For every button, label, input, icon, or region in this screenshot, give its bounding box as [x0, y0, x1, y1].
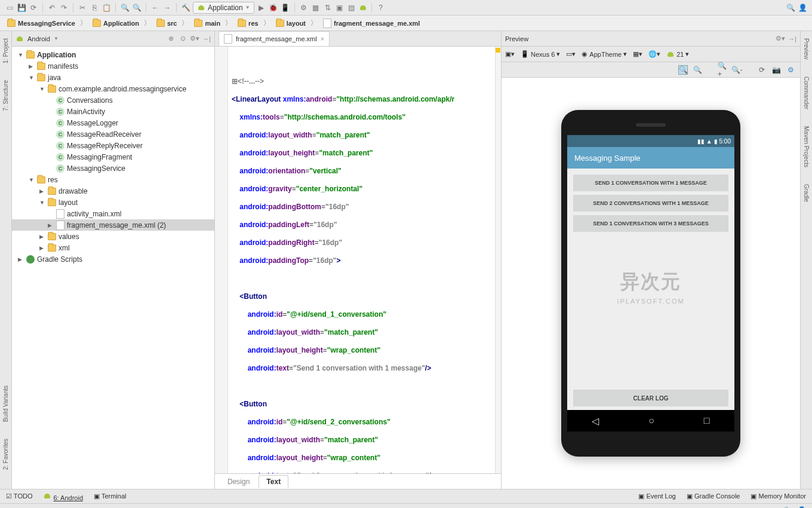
- sdk-icon[interactable]: ⇅: [323, 3, 333, 13]
- forward-icon[interactable]: →: [162, 3, 172, 13]
- nav-bar: ◁○□: [567, 410, 734, 432]
- hide-icon[interactable]: →|: [202, 35, 211, 43]
- project-mode[interactable]: Android: [27, 35, 50, 42]
- undo-icon[interactable]: ↶: [47, 3, 57, 13]
- preview-config-bar: ▣▾ 📱Nexus 6▾ ▭▾ ◉AppTheme▾ ▦▾ 🌐▾ 21▾: [502, 47, 800, 62]
- project-tree[interactable]: ▼Application ▶manifests ▼java ▼com.examp…: [12, 47, 214, 489]
- zoom-actual-icon[interactable]: 🔍: [693, 65, 702, 75]
- close-icon[interactable]: ×: [321, 35, 324, 42]
- zoom-out-icon[interactable]: 🔍-: [732, 65, 742, 75]
- tree-values[interactable]: ▶values: [12, 231, 214, 242]
- sync-icon[interactable]: ⟳: [29, 3, 38, 13]
- tree-class[interactable]: CMessageReadReceiver: [12, 128, 214, 140]
- tree-class[interactable]: CMessageReplyReceiver: [12, 140, 214, 151]
- status-bar: ▮▮ ▲ ▮ 5:00: [567, 135, 734, 147]
- android-tool[interactable]: 6: Android: [43, 492, 83, 501]
- tree-gradle[interactable]: ▶Gradle Scripts: [12, 253, 214, 265]
- open-icon[interactable]: ▭: [5, 3, 14, 13]
- variant-icon[interactable]: ▦▾: [633, 50, 642, 58]
- preview-canvas[interactable]: ▮▮ ▲ ▮ 5:00 Messaging Sample SEND 1 CONV…: [502, 78, 800, 489]
- rail-commander[interactable]: Commander: [803, 74, 810, 112]
- run-icon[interactable]: ▶: [257, 3, 266, 13]
- rail-preview[interactable]: Preview: [803, 36, 810, 62]
- make-icon[interactable]: 🔨: [181, 3, 190, 13]
- user-icon[interactable]: 👤: [798, 3, 807, 13]
- tree-class[interactable]: CMessagingService: [12, 163, 214, 174]
- monitor-icon[interactable]: ▤: [347, 3, 356, 13]
- locale-icon[interactable]: 🌐▾: [648, 50, 660, 58]
- code-editor[interactable]: ⊞<!--...--> <LinearLayout xmlns:android=…: [215, 47, 501, 473]
- crumb-6[interactable]: fragment_message_me.xml: [321, 19, 422, 28]
- terminal-tool[interactable]: ▣ Terminal: [94, 492, 126, 500]
- collapse-icon[interactable]: ⊕: [167, 35, 175, 43]
- help-icon[interactable]: ?: [376, 3, 386, 13]
- gear-icon[interactable]: ⚙▾: [190, 35, 199, 43]
- theme-select[interactable]: ◉AppTheme▾: [582, 50, 627, 58]
- tree-file-selected[interactable]: ▶fragment_message_me.xml (2): [12, 219, 214, 231]
- crumb-2[interactable]: src〉: [154, 19, 191, 27]
- orientation-icon[interactable]: ▭▾: [566, 50, 576, 58]
- tree-res[interactable]: ▼res: [12, 174, 214, 185]
- refresh-icon[interactable]: ⟳: [757, 65, 767, 75]
- run-config-selector[interactable]: Application ▼: [193, 2, 254, 14]
- settings-icon[interactable]: ⚙: [299, 3, 309, 13]
- rail-maven[interactable]: Maven Projects: [803, 124, 810, 170]
- tree-drawable[interactable]: ▶drawable: [12, 185, 214, 197]
- android-icon-2[interactable]: [359, 4, 367, 12]
- avd-icon[interactable]: ▣: [335, 3, 345, 13]
- crumb-4[interactable]: res〉: [235, 19, 272, 27]
- hide-icon[interactable]: →|: [788, 35, 796, 43]
- paste-icon[interactable]: 📋: [102, 3, 111, 13]
- copy-icon[interactable]: ⎘: [90, 3, 99, 13]
- tree-java[interactable]: ▼java: [12, 72, 214, 83]
- eventlog-tool[interactable]: ▣ Event Log: [638, 492, 676, 500]
- save-icon[interactable]: 💾: [17, 3, 26, 13]
- tree-app[interactable]: ▼Application: [12, 49, 214, 60]
- rail-project[interactable]: 1: Project: [2, 36, 9, 66]
- back-icon[interactable]: ←: [150, 3, 160, 13]
- zoom-out-icon[interactable]: 🔍: [132, 3, 142, 13]
- text-tab[interactable]: Text: [259, 475, 288, 488]
- redo-icon[interactable]: ↷: [59, 3, 69, 13]
- device-select[interactable]: 📱Nexus 6▾: [521, 50, 560, 58]
- attach-icon[interactable]: 📱: [281, 3, 290, 13]
- search-icon[interactable]: 🔍: [786, 3, 795, 13]
- gear-icon[interactable]: ⚙▾: [776, 35, 785, 43]
- debug-icon[interactable]: 🐞: [269, 3, 278, 13]
- rail-gradle[interactable]: Gradle: [803, 182, 810, 204]
- preview-title: Preview: [505, 35, 528, 42]
- api-select[interactable]: 21▾: [666, 50, 689, 59]
- target-icon[interactable]: ⊙: [179, 35, 187, 43]
- zoom-fit-icon[interactable]: 🔍: [678, 65, 688, 75]
- design-tab[interactable]: Design: [220, 475, 257, 488]
- tree-layout[interactable]: ▼layout: [12, 197, 214, 208]
- project-struct-icon[interactable]: ▦: [311, 3, 321, 13]
- gradle-console-tool[interactable]: ▣ Gradle Console: [687, 492, 740, 500]
- crumb-1[interactable]: Application〉: [90, 19, 153, 27]
- tree-class[interactable]: CConversations: [12, 94, 214, 106]
- cut-icon[interactable]: ✂: [78, 3, 87, 13]
- rail-build-variants[interactable]: Build Variants: [2, 383, 9, 424]
- tree-class[interactable]: CMessagingFragment: [12, 151, 214, 163]
- zoom-in-icon[interactable]: 🔍+: [718, 65, 727, 75]
- folder-icon: [194, 20, 202, 27]
- tree-package[interactable]: ▼com.example.android.messagingservice: [12, 83, 214, 94]
- settings-icon[interactable]: ⚙: [786, 65, 795, 75]
- crumb-5[interactable]: layout〉: [273, 19, 319, 27]
- tree-file[interactable]: activity_main.xml: [12, 208, 214, 219]
- tree-manifests[interactable]: ▶manifests: [12, 60, 214, 72]
- preview-panel: Preview ⚙▾ →| ▣▾ 📱Nexus 6▾ ▭▾ ◉AppTheme▾…: [502, 31, 800, 489]
- rail-structure[interactable]: 7: Structure: [2, 78, 9, 114]
- crumb-3[interactable]: main〉: [192, 19, 234, 27]
- rail-favorites[interactable]: 2: Favorites: [2, 436, 9, 472]
- config-icon[interactable]: ▣▾: [505, 50, 515, 58]
- screenshot-icon[interactable]: 📷: [771, 65, 781, 75]
- todo-tool[interactable]: ☑ TODO: [6, 492, 32, 500]
- editor-tab[interactable]: fragment_message_me.xml ×: [219, 31, 330, 46]
- crumb-0[interactable]: MessagingService〉: [5, 19, 89, 27]
- memory-tool[interactable]: ▣ Memory Monitor: [751, 492, 806, 500]
- zoom-in-icon[interactable]: 🔍: [120, 3, 130, 13]
- tree-xml[interactable]: ▶xml: [12, 242, 214, 253]
- tree-class[interactable]: CMainActivity: [12, 106, 214, 117]
- tree-class[interactable]: CMessageLogger: [12, 117, 214, 128]
